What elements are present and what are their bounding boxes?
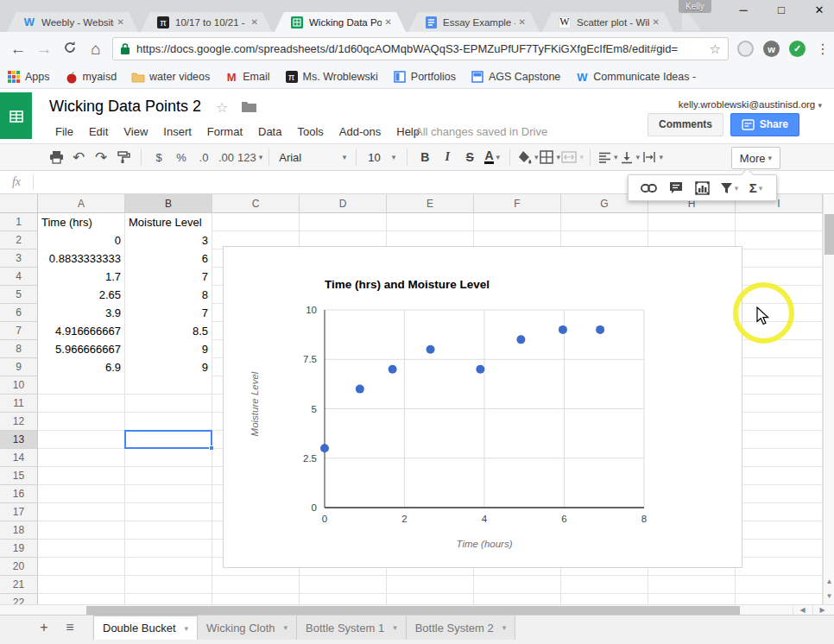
cell-A4[interactable]: 1.7 [38,268,124,286]
horizontal-align-button[interactable]: ▾ [597,147,619,167]
document-title[interactable]: Wicking Data Points 2 [49,98,201,116]
move-folder-icon[interactable] [242,100,256,116]
browser-tab-5[interactable]: WScatter plot - Wik✕ [542,12,673,32]
reload-icon[interactable] [57,40,83,59]
bookmark-email[interactable]: MEmail [224,70,269,84]
row-header-8[interactable]: 8 [0,340,38,358]
vertical-scrollbar-thumb[interactable] [825,214,834,255]
home-icon[interactable]: ⌂ [83,40,109,59]
bookmark-myaisd[interactable]: myaisd [65,70,117,84]
vertical-scrollbar[interactable]: ▲ ▼ [823,194,834,604]
number-format-button[interactable]: 123▾ [237,147,262,167]
star-document-icon[interactable]: ☆ [216,99,228,116]
scroll-up-icon[interactable]: ▲ [824,575,834,589]
profile-badge[interactable]: Kelly [679,0,711,13]
print-button[interactable] [45,147,67,167]
percent-format-button[interactable]: % [170,147,193,167]
sheets-logo-icon[interactable] [0,92,32,139]
row-header-17[interactable]: 17 [0,503,38,521]
browser-menu-icon[interactable]: ⋮ [814,41,831,57]
row-header-4[interactable]: 4 [0,268,38,286]
insert-comment-button[interactable] [665,178,687,199]
column-header-A[interactable]: A [38,194,125,213]
w-extension-icon[interactable]: w [763,41,780,57]
currency-format-button[interactable]: $ [148,147,170,167]
chart-object[interactable]: Time (hrs) and Moisture Level Moisture L… [223,246,742,568]
bookmark-ags-capstone[interactable]: AGS Capstone [471,70,560,84]
account-email[interactable]: kelly.wroblewski@austinisd.org ▾ [679,99,822,110]
column-header-E[interactable]: E [387,194,474,213]
new-tab-button[interactable] [682,14,708,30]
browser-tab-3[interactable]: Wicking Data Poi✕ [275,12,406,32]
row-header-7[interactable]: 7 [0,322,38,340]
back-icon[interactable]: ← [5,40,31,59]
cell-A8[interactable]: 5.966666667 [38,340,124,358]
italic-button[interactable]: I [436,147,458,167]
sheet-tab-wicking-cloth[interactable]: Wicking Cloth▾ [198,616,297,640]
comments-button[interactable]: Comments [648,113,723,136]
more-toolbar-button[interactable]: More▾ [731,147,780,169]
cell-A7[interactable]: 4.916666667 [38,322,124,340]
cell-A6[interactable]: 3.9 [38,304,124,322]
tab-close-icon[interactable]: ✕ [385,17,392,27]
cell-B2[interactable]: 3 [125,231,212,249]
sheet-tab-bottle-system-2[interactable]: Bottle System 2▾ [407,616,516,640]
row-header-2[interactable]: 2 [0,231,38,249]
menu-tools[interactable]: Tools [289,122,331,142]
tab-close-icon[interactable]: ✕ [653,17,660,27]
share-button[interactable]: Share [730,113,799,136]
column-header-F[interactable]: F [474,194,561,213]
functions-button[interactable]: Σ ▾ [745,178,768,199]
borders-button[interactable]: ▾ [539,147,561,167]
merge-cells-button[interactable]: ▾ [561,147,584,167]
bookmark-star-icon[interactable]: ☆ [710,41,721,57]
cell-A1[interactable]: Time (hrs) [38,213,124,231]
menu-file[interactable]: File [47,122,81,142]
check-extension-icon[interactable]: ✓ [789,41,806,57]
chevron-down-icon[interactable]: ▾ [185,624,189,633]
text-color-button[interactable]: A▾ [481,147,503,167]
increase-decimals-button[interactable]: .00 [215,147,237,167]
cell-B5[interactable]: 8 [125,286,212,304]
fill-color-button[interactable]: ▾ [516,147,539,167]
browser-tab-2[interactable]: π10/17 to 10/21 - ✕ [141,12,272,32]
chevron-down-icon[interactable]: ▾ [393,623,397,632]
cell-B8[interactable]: 9 [125,340,212,358]
cell-A9[interactable]: 6.9 [38,358,124,376]
vertical-align-button[interactable]: ▾ [619,147,641,167]
scroll-down-icon[interactable]: ▼ [824,590,834,603]
horizontal-scrollbar[interactable]: ◀ ▶ [0,604,834,615]
text-wrap-button[interactable]: ▾ [641,147,664,167]
row-header-22[interactable]: 22 [0,594,38,604]
cell-B9[interactable]: 9 [125,358,212,376]
cell-A3[interactable]: 0.8833333333 [38,249,124,268]
menu-data[interactable]: Data [250,122,289,142]
sheet-tab-double-bucket[interactable]: Double Bucket▾ [93,616,198,640]
column-header-B[interactable]: B [125,194,212,213]
maximize-icon[interactable]: □ [774,3,789,16]
cell-A2[interactable]: 0 [38,231,124,249]
row-header-18[interactable]: 18 [0,521,38,540]
menu-edit[interactable]: Edit [81,122,116,142]
row-header-20[interactable]: 20 [0,558,38,576]
bookmark-portfolios[interactable]: Portfolios [393,70,456,84]
menu-format[interactable]: Format [199,122,250,142]
sheet-tab-bottle-system-1[interactable]: Bottle System 1▾ [297,616,407,640]
font-size-select[interactable]: 10▾ [363,151,401,164]
browser-tab-1[interactable]: WWeebly - Website✕ [7,12,138,32]
menu-view[interactable]: View [116,122,155,142]
decrease-decimals-button[interactable]: .0 [193,147,215,167]
menu-insert[interactable]: Insert [155,122,199,142]
tab-close-icon[interactable]: ✕ [117,17,124,27]
tab-close-icon[interactable]: ✕ [519,17,526,27]
save-status[interactable]: All changes saved in Drive [415,125,547,138]
selected-cell-B13[interactable] [124,430,212,449]
fill-handle[interactable] [209,445,214,451]
chevron-down-icon[interactable]: ▾ [284,623,288,632]
browser-tab-4[interactable]: Essay Example - C✕ [408,12,540,32]
row-header-6[interactable]: 6 [0,304,38,322]
cell-B7[interactable]: 8.5 [125,322,212,340]
row-header-13[interactable]: 13 [0,431,38,449]
tab-close-icon[interactable]: ✕ [251,17,258,27]
address-bar[interactable]: https://docs.google.com/spreadsheets/d/1… [112,37,729,60]
